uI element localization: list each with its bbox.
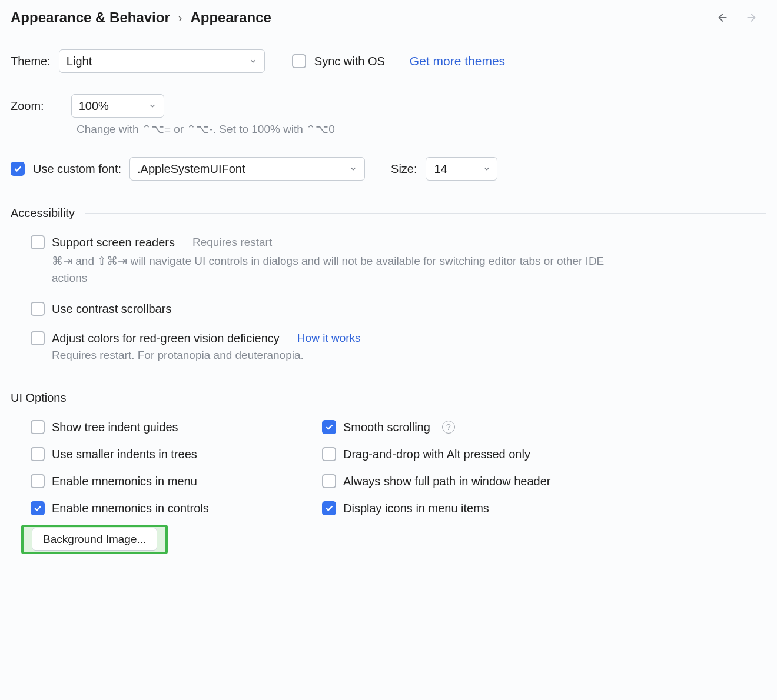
requires-restart-label: Requires restart [192,236,272,249]
screen-readers-hint: ⌘⇥ and ⇧⌘⇥ will navigate UI controls in … [11,253,605,286]
theme-value: Light [67,55,92,68]
contrast-scrollbars-checkbox[interactable] [31,302,45,316]
mnemonics_menu-label: Enable mnemonics in menu [52,475,197,488]
mnemonics_menu-option: Enable mnemonics in menu [31,474,310,488]
back-button[interactable] [715,9,731,26]
full_path-label: Always show full path in window header [343,475,550,488]
zoom-value: 100% [79,99,109,113]
mnemonics_controls-label: Enable mnemonics in controls [52,502,209,515]
theme-select[interactable]: Light [59,49,265,73]
icons_menu-checkbox[interactable] [322,501,336,515]
tree_guides-checkbox[interactable] [31,420,45,434]
icons_menu-label: Display icons in menu items [343,502,489,515]
full_path-option: Always show full path in window header [322,474,766,488]
smaller_indents-checkbox[interactable] [31,447,45,461]
font-size-select[interactable]: 14 [426,157,497,181]
dnd_alt-option: Drag-and-drop with Alt pressed only [322,447,766,461]
smaller_indents-label: Use smaller indents in trees [52,448,197,461]
how-it-works-link[interactable]: How it works [297,332,361,345]
icons_menu-option: Display icons in menu items [322,501,766,515]
breadcrumb-parent[interactable]: Appearance & Behavior [11,9,170,26]
font-family-select[interactable]: .AppleSystemUIFont [130,157,365,181]
screen-readers-checkbox[interactable] [31,235,45,249]
smooth_scrolling-checkbox[interactable] [322,420,336,434]
font-size-label: Size: [391,162,417,176]
color-deficiency-hint: Requires restart. For protanopia and deu… [11,349,766,362]
mnemonics_controls-checkbox[interactable] [31,501,45,515]
color-deficiency-checkbox[interactable] [31,331,45,345]
font-family-value: .AppleSystemUIFont [137,162,245,176]
divider [77,398,766,398]
tree_guides-option: Show tree indent guides [31,420,310,434]
tree_guides-label: Show tree indent guides [52,421,178,434]
accessibility-title: Accessibility [11,206,75,220]
sync-os-checkbox[interactable] [292,54,306,68]
breadcrumb: Appearance & Behavior › Appearance [11,9,271,26]
get-more-themes-link[interactable]: Get more themes [410,54,505,68]
chevron-down-icon [249,55,257,68]
smooth_scrolling-option: Smooth scrolling? [322,420,766,434]
breadcrumb-current: Appearance [190,9,271,26]
dnd_alt-label: Drag-and-drop with Alt pressed only [343,448,530,461]
chevron-down-icon[interactable] [477,158,497,180]
help-icon[interactable]: ? [442,421,455,434]
font-size-value: 14 [426,158,477,180]
theme-label: Theme: [11,55,51,68]
ui-options-title: UI Options [11,391,66,405]
mnemonics_controls-option: Enable mnemonics in controls [31,501,310,515]
zoom-select[interactable]: 100% [71,94,164,118]
sync-os-label: Sync with OS [314,55,385,68]
background-image-button[interactable]: Background Image... [32,528,157,551]
zoom-label: Zoom: [11,99,44,113]
chevron-right-icon: › [178,11,182,25]
dnd_alt-checkbox[interactable] [322,447,336,461]
mnemonics_menu-checkbox[interactable] [31,474,45,488]
zoom-hint: Change with ⌃⌥= or ⌃⌥-. Set to 100% with… [11,122,766,136]
divider [85,213,766,214]
screen-readers-label: Support screen readers [52,236,175,249]
chevron-down-icon [349,162,357,176]
color-deficiency-label: Adjust colors for red-green vision defic… [52,332,280,345]
smooth_scrolling-label: Smooth scrolling [343,421,430,434]
use-custom-font-checkbox[interactable] [11,162,25,176]
smaller_indents-option: Use smaller indents in trees [31,447,310,461]
full_path-checkbox[interactable] [322,474,336,488]
contrast-scrollbars-label: Use contrast scrollbars [52,302,171,316]
use-custom-font-label: Use custom font: [33,162,121,176]
forward-button[interactable] [743,9,759,26]
chevron-down-icon [148,99,157,113]
background-image-highlight: Background Image... [21,525,168,554]
